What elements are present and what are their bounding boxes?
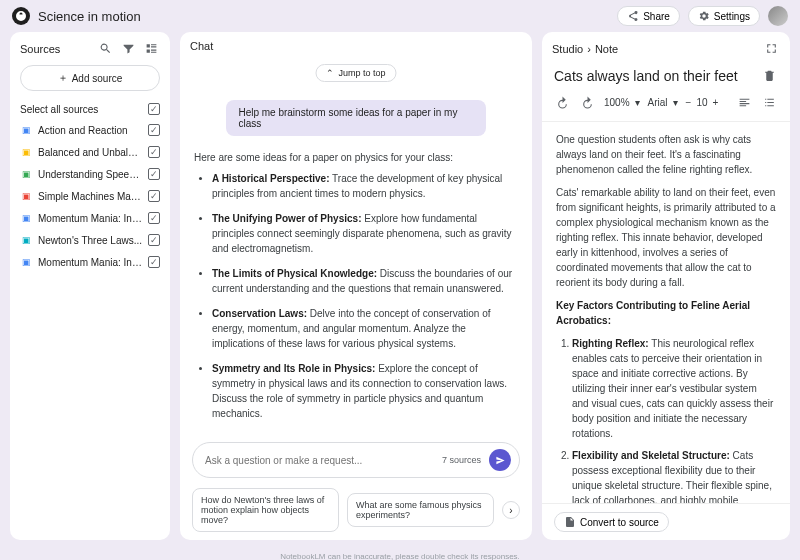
source-item[interactable]: ▣ Simple Machines Make Work Easier... [10,185,170,207]
send-button[interactable] [489,449,511,471]
suggestions-row: How do Newton's three laws of motion exp… [180,482,532,540]
font-control[interactable]: Arial ▾ [648,97,678,108]
doc-icon: ▣ [20,190,32,202]
app-logo [12,7,30,25]
topbar: Science in motion Share Settings [0,0,800,32]
breadcrumb-root[interactable]: Studio [552,43,583,55]
doc-icon: ▣ [20,168,32,180]
assistant-bullet: Conservation Laws: Delve into the concep… [212,306,518,351]
chat-body: ⌃ Jump to top Help me brainstorm some id… [180,60,532,434]
chat-panel: Chat ⌃ Jump to top Help me brainstorm so… [180,32,532,540]
assistant-bullet: Symmetry and Its Role in Physics: Explor… [212,361,518,421]
select-all-row[interactable]: Select all sources [10,99,170,119]
doc-icon: ▣ [20,234,32,246]
breadcrumb: Studio › Note [552,43,618,55]
note-body[interactable]: One question students often ask is why c… [542,122,790,503]
chat-input-container: 7 sources [192,442,520,478]
assistant-intro: Here are some ideas for a paper on physi… [194,150,518,165]
chat-header: Chat [190,40,213,52]
source-item[interactable]: ▣ Newton's Three Laws... [10,229,170,251]
source-checkbox[interactable] [148,146,160,158]
add-source-label: Add source [72,73,123,84]
source-checkbox[interactable] [148,190,160,202]
sources-header: Sources [20,43,60,55]
source-checkbox[interactable] [148,256,160,268]
doc-icon: ▣ [20,146,32,158]
source-list: ▣ Action and Reaction ▣ Balanced and Unb… [10,119,170,273]
chevron-down-icon: ▾ [673,97,678,108]
assistant-bullet: The Limits of Physical Knowledge: Discus… [212,266,518,296]
share-label: Share [643,11,670,22]
chevron-up-icon: ⌃ [326,68,334,78]
assistant-message: Here are some ideas for a paper on physi… [194,150,518,434]
source-checkbox[interactable] [148,212,160,224]
redo-icon[interactable] [579,94,596,111]
source-name: Momentum Mania: Investigating th... [38,213,142,224]
note-h1: Key Factors Contributing to Feline Aeria… [556,298,776,328]
undo-icon[interactable] [554,94,571,111]
source-item[interactable]: ▣ Momentum Mania: Investigating th... [10,251,170,273]
source-item[interactable]: ▣ Momentum Mania: Investigating th... [10,207,170,229]
chat-input[interactable] [205,455,434,466]
suggestions-next-button[interactable]: › [502,501,520,519]
add-source-button[interactable]: ＋ Add source [20,65,160,91]
user-message: Help me brainstorm some ideas for a pape… [226,100,485,136]
source-checkbox[interactable] [148,124,160,136]
breadcrumb-leaf: Note [595,43,618,55]
note-list-item: Flexibility and Skeletal Structure: Cats… [572,448,776,503]
footer-disclaimer: NotebookLM can be inaccurate, please dou… [0,550,800,560]
doc-icon: ▣ [20,124,32,136]
expand-icon[interactable] [763,40,780,57]
suggestion-2[interactable]: What are some famous physics experiments… [347,493,494,527]
source-item[interactable]: ▣ Action and Reaction [10,119,170,141]
font-size-control[interactable]: − 10 + [686,97,719,108]
suggestion-1[interactable]: How do Newton's three laws of motion exp… [192,488,339,532]
source-name: Understanding Speed, Velocity and... [38,169,142,180]
assistant-bullet: A Historical Perspective: Trace the deve… [212,171,518,201]
share-button[interactable]: Share [617,6,680,26]
sources-panel: Sources ＋ Add source Select all sources … [10,32,170,540]
note-list-item: Righting Reflex: This neurological refle… [572,336,776,441]
source-count-label: 7 sources [442,455,481,465]
source-item[interactable]: ▣ Balanced and Unbalanced ds [10,141,170,163]
search-icon[interactable] [97,40,114,57]
plus-icon: ＋ [58,71,68,85]
studio-panel: Studio › Note Cats always land on their … [542,32,790,540]
source-checkbox[interactable] [148,168,160,180]
view-icon[interactable] [143,40,160,57]
convert-to-source-button[interactable]: Convert to source [554,512,669,532]
settings-button[interactable]: Settings [688,6,760,26]
filter-icon[interactable] [120,40,137,57]
jump-to-top-button[interactable]: ⌃ Jump to top [315,64,396,82]
source-checkbox[interactable] [148,234,160,246]
delete-icon[interactable] [761,67,778,84]
source-item[interactable]: ▣ Understanding Speed, Velocity and... [10,163,170,185]
note-toolbar: 100% ▾ Arial ▾ − 10 + [542,90,790,122]
select-all-checkbox[interactable] [148,103,160,115]
zoom-control[interactable]: 100% ▾ [604,97,640,108]
assistant-bullet: The Unifying Power of Physics: Explore h… [212,211,518,256]
source-name: Newton's Three Laws... [38,235,142,246]
source-name: Action and Reaction [38,125,142,136]
source-name: Balanced and Unbalanced ds [38,147,142,158]
jump-label: Jump to top [338,68,385,78]
doc-icon: ▣ [20,212,32,224]
note-title[interactable]: Cats always land on their feet [554,68,761,84]
chevron-down-icon: ▾ [635,97,640,108]
app-title: Science in motion [38,9,141,24]
source-name: Simple Machines Make Work Easier... [38,191,142,202]
convert-label: Convert to source [580,517,659,528]
list-icon[interactable] [761,94,778,111]
assistant-outro: I hope these ideas help you get started … [194,431,518,434]
doc-icon: ▣ [20,256,32,268]
settings-label: Settings [714,11,750,22]
source-name: Momentum Mania: Investigating th... [38,257,142,268]
user-avatar[interactable] [768,6,788,26]
note-p1: One question students often ask is why c… [556,132,776,177]
select-all-label: Select all sources [20,104,148,115]
chevron-right-icon: › [587,43,591,55]
align-icon[interactable] [736,94,753,111]
note-p2: Cats' remarkable ability to land on thei… [556,185,776,290]
